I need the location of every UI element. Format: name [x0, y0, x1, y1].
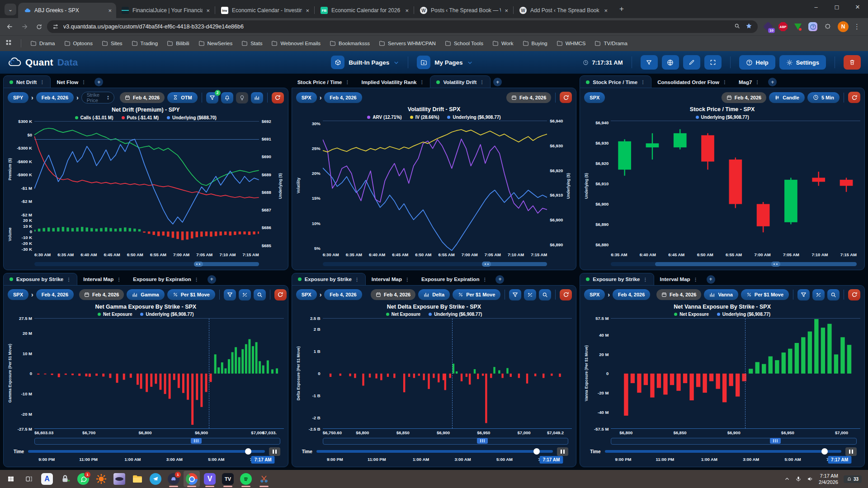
tab-menu-icon[interactable]: ⋮ — [693, 277, 698, 282]
interval-pill[interactable]: 5 Min — [807, 92, 840, 103]
reload-icon[interactable] — [33, 20, 45, 33]
tab-implied-volatility-rank[interactable]: Implied Volatility Rank⋮ — [356, 76, 430, 88]
refresh-button[interactable] — [848, 92, 860, 103]
header-edit-button[interactable] — [683, 55, 700, 70]
bookmark-folder-sites[interactable]: Sites — [102, 40, 123, 47]
photo-app-icon[interactable] — [111, 471, 127, 487]
tab-interval-map[interactable]: Interval Map⋮ — [654, 273, 704, 286]
add-tab-button[interactable]: + — [94, 78, 103, 86]
refresh-button[interactable] — [274, 289, 287, 300]
tab-close-icon[interactable]: × — [505, 7, 508, 14]
date-pill[interactable]: Feb 4, 2026 — [722, 92, 766, 103]
tab-menu-icon[interactable]: ⋮ — [40, 80, 44, 84]
tab-search-button[interactable]: ⌄ — [5, 4, 16, 15]
tab-consolidated-order-flow[interactable]: Consolidated Order Flow⋮ — [651, 76, 733, 88]
bookmark-folder-newseries[interactable]: NewSeries — [198, 40, 233, 47]
otm-pill[interactable]: OTM — [167, 92, 197, 103]
tab-close-icon[interactable]: × — [405, 7, 409, 14]
header-globe-button[interactable] — [662, 55, 679, 70]
ideas-button[interactable] — [236, 92, 248, 103]
bookmark-folder-stats[interactable]: Stats — [241, 40, 262, 47]
new-tab-button[interactable]: + — [616, 3, 627, 15]
bookmark-folder-webnovel-emails[interactable]: Webnovel Emails — [271, 40, 321, 47]
bookmark-folder-school-tools[interactable]: School Tools — [445, 40, 483, 47]
browser-profile-avatar[interactable]: N — [838, 21, 849, 32]
tab-menu-icon[interactable]: ⋮ — [755, 80, 760, 84]
add-tab-button[interactable]: + — [707, 275, 715, 284]
tab-net-flow[interactable]: Net Flow⋮ — [51, 76, 92, 88]
browser-tab-economic-calendar[interactable]: InvEconomic Calendar - Investing.c× — [216, 3, 314, 18]
symbol-pill[interactable]: SPY — [8, 92, 28, 103]
via-app-icon[interactable]: V — [202, 471, 218, 487]
refresh-button[interactable] — [560, 92, 572, 103]
tab-menu-icon[interactable]: ⋮ — [405, 277, 410, 282]
task-view-button[interactable] — [21, 471, 37, 487]
browser-menu-icon[interactable]: ⋮ — [854, 23, 861, 31]
puzzle-extensions-icon[interactable] — [823, 22, 833, 32]
scrollbar-handle[interactable] — [194, 262, 203, 267]
chart-style-button[interactable] — [251, 92, 263, 103]
date-pill[interactable]: Feb 4, 2026 — [79, 289, 124, 300]
bookmark-folder-servers-whm-cpan[interactable]: Servers WHM/CPAN — [379, 40, 436, 47]
expiration-pill[interactable]: Feb 4, 2026 — [324, 289, 362, 300]
translator-app-icon[interactable]: A — [39, 471, 55, 487]
bookmark-folder-work[interactable]: Work — [492, 40, 514, 47]
time-slider-knob[interactable] — [245, 448, 251, 455]
symbol-pill[interactable]: SPX — [584, 92, 605, 103]
pause-button[interactable] — [557, 447, 568, 456]
bookmark-folder-drama[interactable]: Drama — [30, 40, 55, 47]
zoom-button[interactable] — [827, 289, 840, 300]
symbol-pill[interactable]: SPX — [296, 92, 317, 103]
tab-menu-icon[interactable]: ⋮ — [641, 80, 645, 84]
add-tab-button[interactable]: + — [768, 78, 777, 86]
taskbar-clock[interactable]: 7:17 AM 2/4/2026 — [819, 473, 838, 486]
search-icon[interactable] — [734, 23, 740, 30]
time-slider-knob[interactable] — [821, 448, 828, 455]
tab-counter-extension-icon[interactable]: 10 — [763, 22, 773, 32]
url-bar[interactable]: v3.quantdata.us/page/custom/d74ba5f4-ef6… — [47, 20, 758, 33]
scrollbar-handle[interactable] — [771, 262, 780, 267]
telegram-app-icon[interactable] — [147, 471, 164, 487]
bookmark-folder-optoons[interactable]: Optoons — [64, 40, 93, 47]
navigator-handle[interactable] — [770, 438, 781, 444]
browser-tab-economic-calendar[interactable]: FBEconomic Calendar for 2026 - F× — [315, 3, 413, 18]
browser-tab-posts-the-spread[interactable]: WPosts ‹ The Spread Book — Wor× — [415, 3, 513, 18]
alerts-button[interactable] — [221, 92, 233, 103]
tab-menu-icon[interactable]: ⋮ — [722, 80, 727, 84]
snipping-tool-app-icon[interactable] — [256, 471, 272, 487]
tray-chevron-up-icon[interactable] — [784, 476, 790, 482]
tab-exposure-by-strike[interactable]: Exposure by Strike⋮ — [3, 273, 77, 286]
back-icon[interactable] — [4, 20, 16, 33]
sun-app-icon[interactable] — [93, 471, 109, 487]
greek-pill[interactable]: Delta — [418, 289, 450, 300]
tab-close-icon[interactable]: × — [604, 7, 608, 14]
range-navigator[interactable] — [611, 438, 857, 445]
refresh-button[interactable] — [848, 289, 860, 300]
navigator-handle[interactable] — [477, 438, 488, 444]
tab-menu-icon[interactable]: ⋮ — [355, 277, 359, 282]
symbol-pill[interactable]: SPX — [584, 289, 605, 300]
sign-toggle-button[interactable] — [524, 289, 536, 300]
date-pill[interactable]: Feb 4, 2026 — [506, 92, 551, 103]
tab-interval-map[interactable]: Interval Map⋮ — [77, 273, 127, 286]
scrollbar-handle[interactable] — [482, 262, 491, 267]
vpn-lock-app-icon[interactable] — [57, 471, 73, 487]
expiration-pill[interactable]: Feb 4, 2026 — [613, 289, 650, 300]
filter-button[interactable] — [224, 289, 236, 300]
file-explorer-icon[interactable] — [129, 471, 146, 487]
date-pill[interactable]: Feb 4, 2026 — [120, 92, 165, 103]
browser-tab-add-post-the-spr[interactable]: WAdd Post ‹ The Spread Book —× — [514, 3, 612, 18]
notification-center[interactable]: 33 — [844, 475, 862, 483]
time-slider-track[interactable] — [316, 450, 553, 453]
help-button[interactable]: Help — [739, 55, 775, 70]
tab-menu-icon[interactable]: ⋮ — [482, 277, 487, 282]
bookmark-folder-bilibili[interactable]: Bilibili — [167, 40, 189, 47]
close-button[interactable]: ✕ — [847, 0, 868, 14]
tab-menu-icon[interactable]: ⋮ — [345, 80, 350, 84]
add-tab-button[interactable]: + — [208, 275, 216, 284]
stepper-arrows-icon[interactable]: ▴▾ — [107, 95, 109, 100]
greek-pill[interactable]: Vanna — [704, 289, 738, 300]
discord-app-icon[interactable]: 1 — [165, 471, 182, 487]
chrome-app-icon[interactable] — [184, 471, 200, 487]
filter-button[interactable] — [797, 289, 810, 300]
